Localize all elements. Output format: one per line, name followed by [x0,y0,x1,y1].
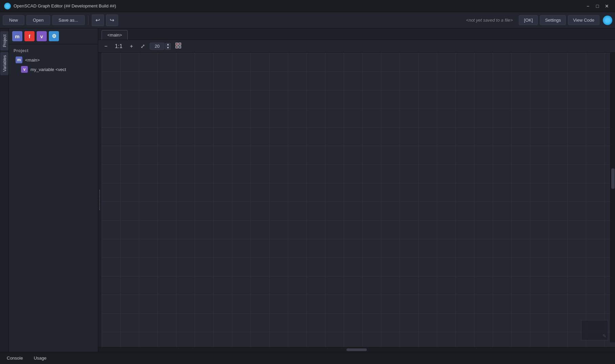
window-controls: − □ ✕ [584,2,611,10]
node-type-v-button[interactable]: v [37,31,47,41]
canvas-horizontal-scrollbar[interactable] [98,347,615,352]
grid-toggle-button[interactable] [173,42,184,51]
canvas-container: <main> − 1:1 + ⤢ ▲ ▼ [98,28,615,352]
canvas-toolbar: − 1:1 + ⤢ ▲ ▼ [98,40,615,53]
settings-button[interactable]: Settings [540,15,566,25]
tree-item-variable-label: my_variable <vect [30,67,66,72]
tree-item-main[interactable]: m <main> [9,55,98,65]
view-code-button[interactable]: View Code [568,15,599,25]
ok-button[interactable]: [OK] [519,15,538,25]
panel: m f v ⚙ Project m <main> v my_variable <… [9,28,98,352]
save-as-button[interactable]: Save as... [52,15,85,25]
file-status: <not yet saved to a file> [462,18,517,23]
minimize-button[interactable]: − [584,2,592,10]
zoom-input[interactable] [150,43,165,50]
canvas[interactable] [102,53,615,347]
canvas-scroll-area [98,53,615,352]
bottom-tab-usage[interactable]: Usage [31,354,49,362]
undo-button[interactable]: ↩ [92,15,104,26]
zoom-down-arrow[interactable]: ▼ [165,46,171,50]
zoom-spinner: ▲ ▼ [165,43,171,50]
grid-icon [175,43,182,49]
main-area: Project Variables m f v ⚙ Project m <mai… [0,28,615,352]
sidebar-tab-variables[interactable]: Variables [0,52,8,75]
toolbar: New Open Save as... ↩ ↪ <not yet saved t… [0,12,615,28]
app-logo-icon [603,16,612,25]
vscroll-thumb[interactable] [611,168,615,189]
maximize-button[interactable]: □ [593,2,601,10]
left-sidebar-tabs: Project Variables [0,28,9,352]
fit-button[interactable]: ⤢ [138,42,148,50]
zoom-in-button[interactable]: + [127,42,136,50]
resize-handle[interactable] [98,53,102,347]
zoom-out-button[interactable]: − [102,42,110,50]
app-icon [4,3,11,9]
svg-rect-3 [179,46,181,48]
project-tree: Project m <main> v my_variable <vect [9,44,98,352]
hscroll-thumb[interactable] [346,348,367,351]
toolbar-separator-1 [88,16,88,25]
bottom-tab-console[interactable]: Console [4,354,26,362]
zoom-one-to-one-button[interactable]: 1:1 [112,42,125,50]
tree-item-variable[interactable]: v my_variable <vect [9,65,98,74]
redo-button[interactable]: ↪ [106,15,118,26]
canvas-vertical-scrollbar[interactable] [610,53,615,342]
tabs-bar: <main> [98,28,615,40]
zoom-up-arrow[interactable]: ▲ [165,43,171,46]
new-button[interactable]: New [3,15,24,25]
bottombar: Console Usage [0,352,615,364]
node-type-r-button[interactable]: f [24,31,35,41]
tab-main[interactable]: <main> [102,30,128,40]
project-section-label: Project [9,47,98,55]
minimap [581,320,608,340]
canvas-and-vscroll [98,53,615,347]
node-type-m-button[interactable]: m [12,31,22,41]
titlebar: OpenSCAD Graph Editor (## Development Bu… [0,0,615,12]
sidebar-tab-project[interactable]: Project [0,31,8,50]
open-button[interactable]: Open [26,15,50,25]
node-type-gear-button[interactable]: ⚙ [49,31,59,41]
tree-item-variable-icon: v [21,66,28,73]
tree-item-main-icon: m [16,56,22,63]
close-button[interactable]: ✕ [603,2,611,10]
zoom-display: ▲ ▼ [150,43,171,50]
app-title: OpenSCAD Graph Editor (## Development Bu… [14,3,116,8]
node-types-bar: m f v ⚙ [9,28,98,44]
tree-item-main-label: <main> [25,58,40,63]
